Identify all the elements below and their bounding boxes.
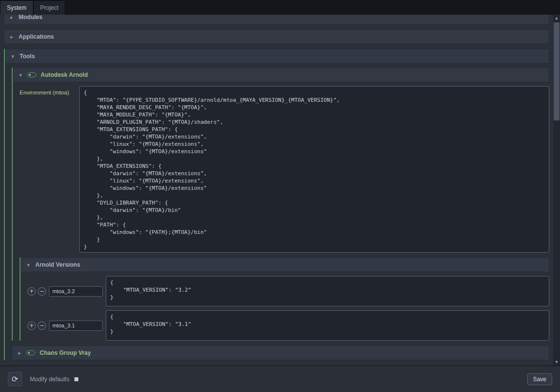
- section-header-tools[interactable]: ▾ Tools: [5, 49, 549, 64]
- tools-section: ▾ Tools ▾ Autodesk Arnold Environment (m…: [4, 49, 549, 360]
- add-item-button[interactable]: +: [27, 322, 36, 330]
- refresh-button[interactable]: ⟳: [8, 372, 22, 386]
- scroll-up-arrow-icon[interactable]: ▲: [553, 15, 560, 22]
- autodesk-arnold-group: ▾ Autodesk Arnold Environment (mtoa) { "…: [12, 68, 549, 341]
- section-header-modules[interactable]: ▸ Modules: [4, 15, 549, 24]
- collapsed-arrow-icon: ▸: [17, 350, 22, 356]
- arnold-versions-group: ▾ Arnold Versions + − { "MTOA_VERSION": …: [20, 257, 549, 341]
- section-label-autodesk-arnold: Autodesk Arnold: [41, 71, 88, 78]
- remove-item-button[interactable]: −: [38, 287, 46, 296]
- add-item-button[interactable]: +: [27, 287, 36, 296]
- section-label-chaos-group-vray: Chaos Group Vray: [40, 349, 91, 356]
- modify-defaults-label: Modify defaults: [30, 376, 70, 383]
- scrollbar-thumb[interactable]: [554, 23, 560, 120]
- tab-bar: System Project: [0, 0, 560, 15]
- section-header-chaos-group-vray[interactable]: ▸ Chaos Group Vray: [12, 346, 549, 360]
- settings-window: System Project ▸ Modules ▸ Applications …: [0, 0, 560, 392]
- section-label-applications: Applications: [19, 33, 54, 40]
- section-label-modules: Modules: [19, 15, 43, 21]
- section-label-tools: Tools: [20, 53, 35, 60]
- environment-field-label: Environment (mtoa): [20, 86, 79, 95]
- group-enabled-toggle-icon[interactable]: [27, 72, 36, 77]
- section-header-applications[interactable]: ▸ Applications: [4, 29, 549, 44]
- version-json-editor[interactable]: { "MTOA_VERSION": "3.1" }: [106, 310, 549, 341]
- footer-bar: ⟳ Modify defaults Save: [0, 366, 560, 392]
- modify-defaults-checkbox[interactable]: [74, 377, 78, 381]
- section-label-arnold-versions: Arnold Versions: [35, 261, 80, 268]
- save-button[interactable]: Save: [527, 373, 552, 385]
- environment-json-editor[interactable]: { "MTOA": "{PYPE_STUDIO_SOFTWARE}/arnold…: [79, 86, 549, 253]
- section-header-autodesk-arnold[interactable]: ▾ Autodesk Arnold: [13, 68, 549, 82]
- group-enabled-toggle-icon[interactable]: [26, 350, 35, 355]
- collapsed-arrow-icon: ▸: [9, 15, 14, 21]
- scroll-down-arrow-icon[interactable]: ▼: [553, 359, 560, 366]
- settings-scroll-area: ▸ Modules ▸ Applications ▾ Tools ▾ Autod…: [0, 15, 553, 366]
- collapsed-arrow-icon: ▸: [9, 34, 14, 40]
- tab-system[interactable]: System: [0, 0, 33, 15]
- version-row-mtoa-3-2: + − { "MTOA_VERSION": "3.2" }: [27, 276, 549, 306]
- expanded-arrow-icon: ▾: [26, 262, 31, 268]
- arnold-versions-body: + − { "MTOA_VERSION": "3.2" } + −: [21, 276, 549, 341]
- vertical-scrollbar[interactable]: ▲ ▼: [553, 15, 560, 366]
- expanded-arrow-icon: ▾: [10, 53, 15, 60]
- tools-section-body: ▾ Autodesk Arnold Environment (mtoa) { "…: [5, 68, 549, 360]
- version-json-editor[interactable]: { "MTOA_VERSION": "3.2" }: [106, 276, 549, 306]
- autodesk-arnold-body: Environment (mtoa) { "MTOA": "{PYPE_STUD…: [13, 86, 549, 341]
- version-key-input[interactable]: [49, 286, 103, 297]
- section-header-arnold-versions[interactable]: ▾ Arnold Versions: [21, 257, 549, 272]
- tab-project[interactable]: Project: [33, 0, 65, 15]
- remove-item-button[interactable]: −: [38, 322, 46, 330]
- environment-field-row: Environment (mtoa) { "MTOA": "{PYPE_STUD…: [20, 86, 549, 253]
- version-key-input[interactable]: [49, 321, 103, 331]
- expanded-arrow-icon: ▾: [18, 72, 23, 78]
- version-row-mtoa-3-1: + − { "MTOA_VERSION": "3.1" }: [27, 310, 549, 341]
- refresh-icon: ⟳: [12, 374, 18, 384]
